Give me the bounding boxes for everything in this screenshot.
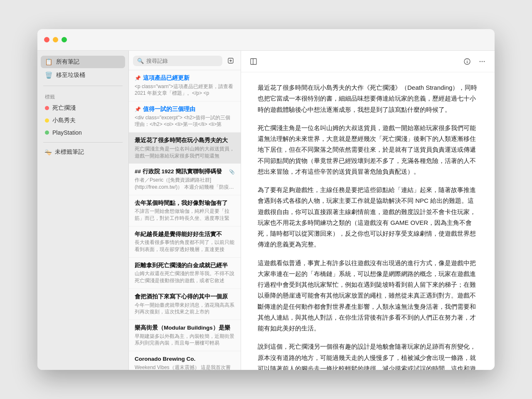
tag-dot [45,131,49,135]
main-window: 📋 所有筆記 🗑️ 移至垃圾桶 標籤 死亡擱淺 小島秀夫 PlayStation [37,29,495,370]
main-area: 📋 所有筆記 🗑️ 移至垃圾桶 標籤 死亡擱淺 小島秀夫 PlayStation [37,51,495,370]
search-icon: 🔍 [137,58,144,64]
note-preview: 不諱言一開始會想做瑜伽，純粹只是要「拉筋」而已，對於工作時長久坐、過度專注緊 [135,208,235,222]
svg-point-8 [480,61,480,62]
note-preview: 長大後看很多事情的角度都不同了，以前只能看到表面，現在卻穿透好幾層，直達更接 [135,239,235,253]
note-list-item[interactable]: 📌值得一試的三個理由<div class="excerpt"> <h2>值得一試… [129,101,241,133]
note-title: 值得一試的三個理由 [143,106,195,113]
note-title: 樂高街景（Modular Buildings）是樂 [135,324,230,332]
svg-point-7 [467,59,468,60]
note-preview: 早期建築多以外觀為主，內裝較簡，近期街景系列則完善內裝，而且每一層樓可輕易 [135,333,235,347]
sidebar-item-label: 所有筆記 [56,58,79,66]
sidebar-tag-playstation[interactable]: PlayStation [41,127,125,138]
notes-list: 🔍 📌這項產品已經更新<p class="warn">這項產品已經更新，請查看 … [129,51,241,370]
svg-point-9 [482,61,483,62]
more-icon [478,58,486,65]
traffic-lights [44,37,67,42]
note-list-item[interactable]: 年紀越長越是覺得能好好生活實不長大後看很多事情的角度都不同了，以前只能看到表面，… [129,227,241,258]
pin-icon: 📌 [135,106,141,112]
note-list-item[interactable]: 最近花了很多時間在玩小島秀夫的大死亡擱淺主角是一位名叫山姆的大叔送貨員，遊戲一開… [129,133,241,164]
sidebar-tag-death-stranding[interactable]: 死亡擱淺 [41,102,125,114]
minimize-button[interactable] [53,37,58,42]
note-paragraph-2: 死亡擱淺主角是一位名叫山姆的大叔送貨員，遊戲一開始塞給玩家很多我們可能還無法理解… [258,123,478,177]
note-title: 最近花了很多時間在玩小島秀夫的大 [135,137,228,144]
notes-list-scroll[interactable]: 📌這項產品已經更新<p class="warn">這項產品已經更新，請查看 20… [129,70,241,370]
sidebar-divider-2 [43,142,123,143]
more-button[interactable] [476,56,488,67]
note-title: 這項產品已經更新 [143,74,190,82]
close-button[interactable] [44,37,49,42]
note-paragraph-3: 為了要有足夠遊戲性，主線任務是要把這些節點給「連結」起來，隨著故事推進會遇到各式… [258,185,478,250]
sidebar-item-trash[interactable]: 🗑️ 移至垃圾桶 [41,69,125,81]
note-list-item[interactable]: 距離拿到死亡擱淺的白金成就已經半山姆大叔還在死亡擱淺的世界等我。不得不說死亡擱淺… [129,258,241,289]
note-preview: Weekend Vibes（週末震撼） 這是我首次嘗試 Coronado 啤酒，… [135,364,235,370]
note-paragraph-1: 最近花了很多時間在玩小島秀夫的大作《死亡擱淺》（Death Stranding）… [258,82,478,115]
search-input-wrap: 🔍 [133,56,222,66]
sidebar: 📋 所有筆記 🗑️ 移至垃圾桶 標籤 死亡擱淺 小島秀夫 PlayStation [37,51,129,370]
sidebar-tag-label: 死亡擱淺 [52,104,76,112]
toolbar-left [248,56,259,67]
note-list-item[interactable]: 去年某個時間點，我好像對瑜伽有了不諱言一開始會想做瑜伽，純粹只是要「拉筋」而已，… [129,195,241,227]
note-content-area: 最近花了很多時間在玩小島秀夫的大作《死亡擱淺》（Death Stranding）… [241,51,495,370]
sidebar-item-label: 移至垃圾桶 [56,71,85,79]
layout-icon [250,58,257,65]
pin-icon: 📌 [135,75,141,81]
note-preview: <div class="excerpt"> <h2>值得一試的三個理由：</h2… [135,114,235,128]
all-notes-icon: 📋 [45,58,53,66]
note-preview: 今年一開始臺虎就帶來好消息，酒花飛高高系列再次復刻，這次找來之前上市的 [135,302,235,316]
note-preview: 作者／Pseric（[免費資源網路社群](http://free.com.tw/… [135,177,235,191]
compose-icon [227,57,234,64]
sidebar-item-all-notes[interactable]: 📋 所有筆記 [41,56,125,68]
note-preview: <p class="warn">這項產品已經更新，請查看 2021 年新文章「標… [135,83,235,97]
sidebar-tag-label: 小島秀夫 [52,117,76,124]
info-button[interactable] [461,56,473,67]
sidebar-tag-label: PlayStation [52,129,82,136]
note-title: 年紀越長越是覺得能好好生活實不 [135,231,222,238]
svg-point-10 [484,61,485,62]
note-list-item[interactable]: 📌這項產品已經更新<p class="warn">這項產品已經更新，請查看 20… [129,70,241,101]
note-preview: 山姆大叔還在死亡擱淺的世界等我。不得不說死亡擱淺是後動很強的遊戲，或者它敘述 [135,270,235,284]
layout-button[interactable] [248,56,259,67]
untagged-icon: 🏷️ [45,149,52,155]
note-list-item[interactable]: 會把酒拍下來寫下心得的其中一個原今年一開始臺虎就帶來好消息，酒花飛高高系列再次復… [129,289,241,320]
note-title: ## 行政院 1922 簡訊實聯制掃碼發 [135,168,222,175]
note-preview: 死亡擱淺主角是一位名叫山姆的大叔送貨員，遊戲一開始塞給玩家很多我們可能還無 [135,145,235,160]
note-list-item[interactable]: ## 行政院 1922 簡訊實聯制掃碼發📎作者／Pseric（[免費資源網路社群… [129,164,241,195]
note-title: 去年某個時間點，我好像對瑜伽有了 [135,200,228,207]
svg-rect-3 [251,59,256,64]
note-list-item[interactable]: 樂高街景（Modular Buildings）是樂早期建築多以外觀為主，內裝較簡… [129,320,241,351]
sidebar-divider [43,86,123,86]
tag-dot [45,106,49,110]
attachment-icon: 📎 [229,169,235,175]
note-title: 距離拿到死亡擱淺的白金成就已經半 [135,262,228,269]
tags-section-label: 標籤 [41,89,125,102]
tag-dot [45,118,49,123]
note-list-item[interactable]: Coronado Brewing Co.Weekend Vibes（週末震撼） … [129,351,241,370]
search-bar: 🔍 [129,51,241,70]
maximize-button[interactable] [62,37,67,42]
sidebar-item-label: 未標籤筆記 [55,148,84,156]
note-body: 最近花了很多時間在玩小島秀夫的大作《死亡擱淺》（Death Stranding）… [241,72,495,370]
note-title: 會把酒拍下來寫下心得的其中一個原 [135,293,228,300]
note-toolbar [241,51,495,72]
sidebar-tag-kojima[interactable]: 小島秀夫 [41,115,125,126]
titlebar [37,29,495,51]
note-paragraph-4: 這遊戲看似普通，事實上有許多以往遊戲沒有出現過的進行方式，像是遊戲中把大家串連在… [258,258,478,334]
compose-button[interactable] [225,55,236,66]
trash-icon: 🗑️ [45,71,53,79]
note-paragraph-5: 說到這個，死亡擱淺另一個很有趣的設計是地貌會隨著玩家的足跡而有所變化，原本沒有道… [258,341,478,370]
search-input[interactable] [146,58,218,64]
info-icon [463,58,471,65]
note-title: Coronado Brewing Co. [135,355,195,363]
toolbar-right [461,56,488,67]
sidebar-item-untagged[interactable]: 🏷️ 未標籤筆記 [41,146,125,158]
